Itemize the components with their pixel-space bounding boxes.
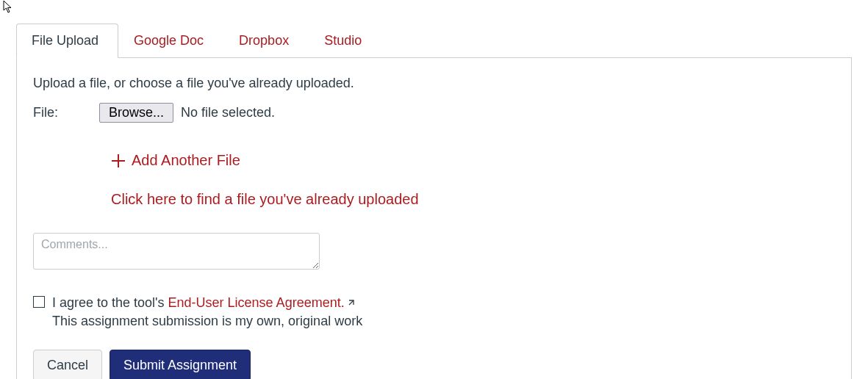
cancel-button[interactable]: Cancel <box>33 350 102 379</box>
agree-prefix: I agree to the tool's <box>52 295 168 310</box>
agree-checkbox[interactable] <box>33 296 45 308</box>
submit-button[interactable]: Submit Assignment <box>110 350 251 379</box>
agree-block: I agree to the tool's End-User License A… <box>33 293 835 329</box>
upload-panel: Upload a file, or choose a file you've a… <box>16 57 852 379</box>
tab-file-upload[interactable]: File Upload <box>16 24 118 58</box>
add-another-file-link[interactable]: Add Another File <box>111 152 835 169</box>
eula-link[interactable]: End-User License Agreement. <box>168 295 356 310</box>
tab-google-doc[interactable]: Google Doc <box>118 24 223 58</box>
tabs-container: File Upload Google Doc Dropbox Studio <box>16 24 852 58</box>
plus-icon <box>111 154 126 168</box>
button-row: Cancel Submit Assignment <box>33 350 835 379</box>
links-block: Add Another File Click here to find a fi… <box>111 152 835 208</box>
external-link-icon <box>346 294 356 314</box>
intro-text: Upload a file, or choose a file you've a… <box>33 76 835 91</box>
add-another-file-label: Add Another File <box>132 152 240 169</box>
file-label: File: <box>33 105 99 120</box>
find-existing-file-link[interactable]: Click here to find a file you've already… <box>111 191 835 208</box>
no-file-text: No file selected. <box>181 105 275 120</box>
mouse-cursor-icon <box>3 0 13 13</box>
browse-button[interactable]: Browse... <box>99 103 173 123</box>
tab-dropbox[interactable]: Dropbox <box>223 24 309 58</box>
tab-studio[interactable]: Studio <box>309 24 381 58</box>
comments-input[interactable] <box>33 233 320 270</box>
original-work-text: This assignment submission is my own, or… <box>52 314 362 329</box>
file-row: File: Browse... No file selected. <box>33 103 835 123</box>
agree-text: I agree to the tool's End-User License A… <box>52 295 356 310</box>
